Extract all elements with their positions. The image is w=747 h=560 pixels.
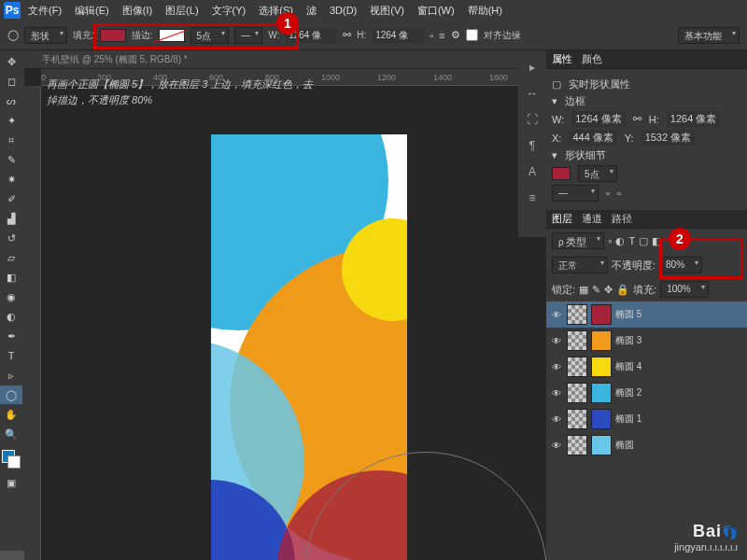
- menu-view[interactable]: 视图(V): [364, 2, 410, 20]
- path-tool[interactable]: ▹: [0, 366, 22, 385]
- move-tool[interactable]: ✥: [0, 52, 22, 71]
- eyedropper-tool[interactable]: ✎: [0, 150, 22, 169]
- visibility-icon[interactable]: 👁: [550, 310, 563, 320]
- layer-row[interactable]: 👁椭圆 1: [546, 406, 747, 432]
- layer-name[interactable]: 椭圆 1: [615, 413, 641, 426]
- layer-row[interactable]: 👁椭圆 4: [546, 354, 747, 380]
- menu-window[interactable]: 窗口(W): [412, 2, 460, 20]
- menu-type[interactable]: 文字(Y): [206, 2, 252, 20]
- prop-x-field[interactable]: 444 像素: [569, 130, 616, 146]
- swatches-icon[interactable]: ≡: [523, 189, 542, 207]
- layers-tab[interactable]: 图层: [552, 212, 572, 226]
- eraser-tool[interactable]: ▱: [0, 248, 22, 267]
- ellipse-icon: ◯: [7, 29, 19, 41]
- visibility-icon[interactable]: 👁: [550, 362, 563, 372]
- brush-tool[interactable]: ✐: [0, 189, 22, 208]
- panel-expand-icon[interactable]: ▸: [523, 58, 542, 77]
- crop-tool[interactable]: ⌗: [0, 131, 22, 149]
- link-icon[interactable]: ⚯: [343, 29, 351, 41]
- layer-name[interactable]: 椭圆 4: [615, 360, 641, 373]
- visibility-icon[interactable]: 👁: [550, 441, 563, 451]
- pathop-icon[interactable]: ▫: [430, 30, 433, 41]
- zoom-tool[interactable]: 🔍: [0, 425, 22, 443]
- lock-pos-icon[interactable]: ✥: [604, 284, 613, 296]
- paths-tab[interactable]: 路径: [612, 212, 632, 226]
- align-icon[interactable]: ≡: [439, 30, 444, 41]
- shape-mode-dropdown[interactable]: 形状: [24, 27, 67, 44]
- menu-edit[interactable]: 编辑(E): [69, 2, 115, 20]
- layer-name[interactable]: 椭圆 2: [615, 386, 641, 399]
- fg-bg-swatches[interactable]: [0, 448, 24, 472]
- shape-tool[interactable]: ◯: [0, 385, 22, 404]
- properties-panel-tabs: 属性 颜色: [546, 50, 747, 69]
- menu-layer[interactable]: 图层(L): [160, 2, 204, 20]
- lasso-tool[interactable]: ᔕ: [0, 91, 22, 110]
- lock-all-icon[interactable]: 🔒: [616, 284, 629, 296]
- layer-name[interactable]: 椭圆 5: [615, 308, 641, 321]
- visibility-icon[interactable]: 👁: [550, 336, 563, 346]
- layer-thumb: [567, 304, 587, 325]
- marquee-tool[interactable]: ◻: [0, 72, 22, 91]
- prop-stroke-width[interactable]: 5点: [578, 165, 617, 182]
- quickmask-icon[interactable]: ▣: [0, 473, 22, 492]
- properties-tab[interactable]: 属性: [552, 52, 572, 66]
- heal-tool[interactable]: ✷: [0, 170, 22, 189]
- layer-thumb: [567, 409, 587, 429]
- blend-mode-dropdown[interactable]: 正常: [552, 257, 608, 273]
- filter-img-icon[interactable]: ▫: [608, 235, 612, 246]
- canvas-area[interactable]: 0 200 400 600 800 1000 1200 1400 1600: [24, 69, 546, 560]
- visibility-icon[interactable]: 👁: [550, 388, 563, 399]
- workspace-dropdown[interactable]: 基本功能: [678, 27, 740, 44]
- dodge-tool[interactable]: ◐: [0, 307, 22, 326]
- cap-icon[interactable]: ▫: [606, 188, 610, 199]
- visibility-icon[interactable]: 👁: [550, 414, 563, 425]
- link-icon[interactable]: ⚯: [633, 113, 641, 125]
- type-tool[interactable]: T: [0, 346, 22, 365]
- pen-tool[interactable]: ✒: [0, 327, 22, 345]
- stamp-tool[interactable]: ▟: [0, 209, 22, 228]
- stroke-type[interactable]: —: [552, 185, 599, 202]
- layer-row[interactable]: 👁椭圆: [546, 432, 747, 458]
- prop-h-field[interactable]: 1264 像素: [667, 111, 721, 127]
- lock-trans-icon[interactable]: ▦: [579, 284, 588, 296]
- history-brush-tool[interactable]: ↺: [0, 229, 22, 247]
- menu-help[interactable]: 帮助(H): [462, 2, 508, 20]
- border-section[interactable]: 边框: [565, 94, 585, 108]
- lock-paint-icon[interactable]: ✎: [592, 284, 600, 296]
- history-icon[interactable]: ↔: [523, 84, 542, 103]
- color-tab[interactable]: 颜色: [582, 52, 602, 66]
- nav-icon[interactable]: ⛶: [523, 110, 542, 129]
- lock-label: 锁定:: [552, 283, 575, 297]
- prop-w-field[interactable]: 1264 像素: [571, 111, 626, 127]
- join-icon[interactable]: ▫: [617, 188, 621, 199]
- prop-fill-swatch[interactable]: [552, 167, 571, 180]
- filter-shape-icon[interactable]: ▢: [639, 235, 648, 247]
- gradient-tool[interactable]: ◧: [0, 268, 22, 287]
- filter-type-icon[interactable]: T: [628, 235, 635, 246]
- layer-row[interactable]: 👁椭圆 5: [546, 301, 747, 328]
- annotation-badge-1: 1: [276, 12, 299, 35]
- menu-3d[interactable]: 3D(D): [324, 3, 362, 18]
- layer-row[interactable]: 👁椭圆 3: [546, 328, 747, 354]
- filter-adj-icon[interactable]: ◐: [615, 235, 625, 247]
- hand-tool[interactable]: ✋: [0, 405, 22, 424]
- menu-filter[interactable]: 滤: [301, 2, 322, 20]
- menu-file[interactable]: 文件(F): [22, 2, 67, 20]
- gear-icon[interactable]: ⚙: [451, 29, 460, 41]
- layer-name[interactable]: 椭圆: [615, 439, 634, 452]
- details-section[interactable]: 形状细节: [565, 148, 606, 162]
- layer-row[interactable]: 👁椭圆 2: [546, 380, 747, 406]
- wand-tool[interactable]: ✦: [0, 111, 22, 130]
- align-edges-checkbox[interactable]: [466, 29, 478, 41]
- menu-image[interactable]: 图像(I): [117, 2, 158, 20]
- prop-y-field[interactable]: 1532 像素: [641, 130, 696, 146]
- height-field[interactable]: 1264 像: [372, 28, 424, 43]
- blur-tool[interactable]: ◉: [0, 287, 22, 306]
- opacity-label: 不透明度:: [612, 259, 655, 273]
- channels-tab[interactable]: 通道: [582, 212, 602, 226]
- layer-name[interactable]: 椭圆 3: [615, 334, 641, 347]
- fill-field[interactable]: 100%: [660, 281, 709, 298]
- character-icon[interactable]: A: [523, 162, 542, 181]
- layer-filter-dropdown[interactable]: ρ 类型: [552, 232, 604, 249]
- paragraph-icon[interactable]: ¶: [523, 136, 542, 155]
